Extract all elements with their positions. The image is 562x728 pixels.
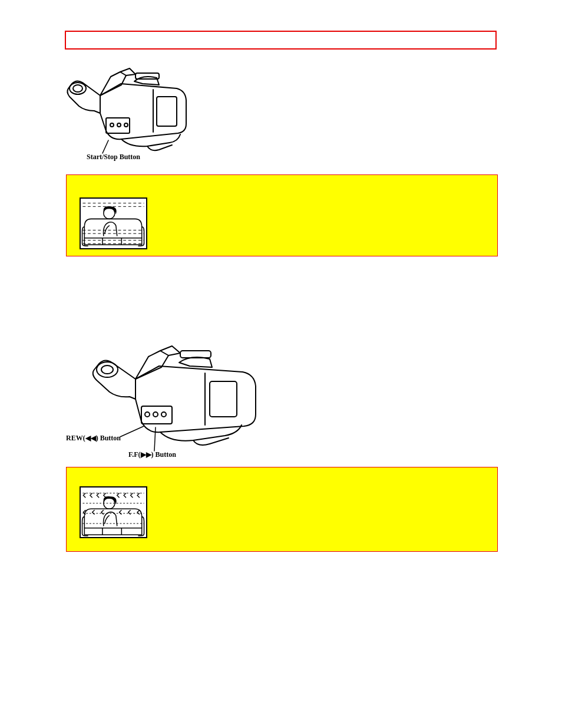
svg-point-21 (161, 412, 166, 417)
svg-point-16 (101, 365, 113, 374)
top-banner (65, 31, 497, 50)
svg-rect-18 (141, 406, 172, 424)
highlight-box-upper (66, 174, 498, 256)
svg-point-6 (124, 123, 128, 127)
svg-rect-7 (157, 97, 177, 126)
document-page: Start/Stop Button (0, 0, 562, 728)
still-thumbnail-lower (80, 486, 147, 538)
highlight-box-lower (66, 467, 498, 552)
svg-point-5 (117, 123, 121, 127)
camcorder-illustration-top (65, 54, 193, 160)
svg-point-1 (73, 85, 82, 92)
svg-point-15 (97, 362, 118, 377)
svg-point-4 (110, 123, 114, 127)
start-stop-button-label: Start/Stop Button (87, 153, 140, 162)
svg-point-20 (153, 412, 158, 417)
svg-point-19 (145, 412, 150, 417)
rew-button-label: REW(◀◀) Button (66, 434, 121, 443)
svg-rect-22 (210, 381, 237, 417)
still-thumbnail-upper (80, 197, 147, 249)
ff-button-label: F.F(▶▶) Button (128, 450, 176, 459)
